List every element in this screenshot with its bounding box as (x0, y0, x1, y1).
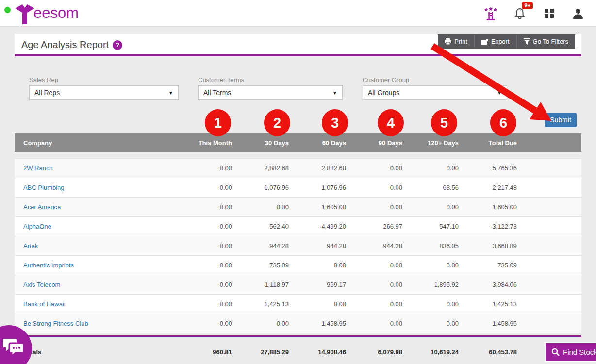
company-link[interactable]: ABC Plumbing (23, 184, 65, 191)
totals-30-days: 27,885.29 (232, 341, 289, 363)
submit-button[interactable]: Submit (545, 113, 577, 127)
title-underline (15, 54, 581, 56)
amount-cell: 0.00 (346, 275, 402, 295)
customer-group-label: Customer Group (363, 76, 409, 83)
table-row: Bank of Hawaii0.001,425.130.000.000.001,… (15, 295, 581, 314)
company-link[interactable]: Be Strong Fitness Club (23, 320, 88, 327)
amount-cell: 547.10 (402, 217, 459, 236)
totals-row: Totals 960.81 27,885.29 14,908.46 6,079.… (15, 341, 581, 363)
row-spacer (517, 217, 581, 236)
company-cell: Bank of Hawaii (15, 295, 175, 314)
company-link[interactable]: Axis Telecom (23, 281, 60, 288)
amount-cell: 944.28 (346, 236, 402, 256)
amount-cell: 5,765.36 (459, 159, 517, 178)
amount-cell: 1,458.95 (289, 314, 346, 333)
column-header-this-month: This Month (175, 133, 232, 152)
page-title: Age Analysis Report ? (21, 39, 122, 50)
header-spacer (517, 133, 581, 152)
sales-rep-value: All Reps (34, 89, 60, 97)
amount-cell: 1,118.97 (232, 275, 289, 295)
company-cell: Axis Telecom (15, 275, 175, 295)
export-button[interactable]: Export (475, 34, 517, 49)
rewards-ladder-icon[interactable] (484, 6, 497, 21)
top-navbar: eesom (0, 0, 596, 27)
report-header: Age Analysis Report ? Print Export (15, 34, 581, 55)
brand-t-icon (15, 3, 35, 25)
company-link[interactable]: AlphaOne (23, 223, 51, 230)
table-row: Acer America0.000.001,605.000.000.001,60… (15, 198, 581, 217)
search-icon (551, 348, 560, 356)
go-to-filters-button[interactable]: Go To Filters (517, 34, 575, 49)
amount-cell: 1,076.96 (232, 178, 289, 198)
company-cell: ABC Plumbing (15, 178, 175, 198)
amount-cell: 0.00 (175, 217, 232, 236)
amount-cell: 0.00 (346, 159, 402, 178)
step-circle-4: 4 (378, 109, 404, 136)
customer-group-select[interactable]: All Groups ▼ (363, 85, 507, 100)
customer-terms-select[interactable]: All Terms ▼ (198, 85, 343, 100)
company-link[interactable]: 2W Ranch (23, 165, 53, 172)
chevron-down-icon: ▼ (497, 90, 502, 96)
totals-120-days: 10,619.24 (402, 341, 459, 363)
amount-cell: 0.00 (175, 256, 232, 275)
customer-terms-value: All Terms (203, 89, 231, 97)
amount-cell: 0.00 (175, 295, 232, 314)
chevron-down-icon: ▼ (168, 90, 173, 96)
amount-cell: 2,882.68 (289, 159, 346, 178)
amount-cell: 0.00 (289, 256, 346, 275)
user-profile-icon[interactable] (572, 6, 584, 21)
column-header-company: Company (15, 133, 175, 152)
amount-cell: -3,122.73 (459, 217, 517, 236)
amount-cell: 1,895.92 (402, 275, 459, 295)
navbar-icons: 9+ (484, 0, 584, 27)
brand-logo[interactable]: eesom (15, 3, 79, 25)
find-stock-label: Find Stock (563, 348, 596, 356)
row-spacer (517, 236, 581, 256)
totals-60-days: 14,908.46 (289, 341, 346, 363)
sales-rep-select[interactable]: All Reps ▼ (29, 85, 179, 100)
step-circle-1: 1 (205, 109, 231, 136)
table-row: 2W Ranch0.002,882.682,882.680.000.005,76… (15, 159, 581, 178)
age-analysis-table: 2W Ranch0.002,882.682,882.680.000.005,76… (15, 158, 581, 333)
amount-cell: 0.00 (402, 256, 459, 275)
help-icon[interactable]: ? (113, 40, 122, 50)
company-cell: Authentic Imprints (15, 256, 175, 275)
amount-cell: 0.00 (346, 178, 402, 198)
chevron-down-icon: ▼ (332, 90, 337, 96)
company-link[interactable]: Bank of Hawaii (23, 300, 66, 308)
export-icon (481, 38, 488, 45)
amount-cell: 836.05 (402, 236, 459, 256)
table-row: Be Strong Fitness Club0.000.001,458.950.… (15, 314, 581, 333)
apps-grid-icon[interactable] (543, 6, 555, 21)
amount-cell: 1,425.13 (232, 295, 289, 314)
table-bottom-rule (15, 335, 581, 337)
table-row: Axis Telecom0.001,118.97969.170.001,895.… (15, 275, 581, 295)
amount-cell: 1,458.95 (459, 314, 517, 333)
find-stock-button[interactable]: Find Stock (545, 342, 596, 362)
totals-total-due: 60,453.78 (459, 341, 517, 363)
report-toolbar: Print Export Go To Filters (438, 34, 575, 49)
print-button[interactable]: Print (438, 34, 475, 49)
column-header-90-days: 90 Days (346, 133, 402, 152)
amount-cell: 0.00 (232, 314, 289, 333)
row-spacer (517, 314, 581, 333)
company-link[interactable]: Authentic Imprints (23, 262, 74, 269)
amount-cell: 0.00 (289, 295, 346, 314)
print-label: Print (454, 38, 467, 45)
company-link[interactable]: Artek (23, 242, 38, 249)
company-link[interactable]: Acer America (23, 203, 61, 211)
amount-cell: 969.17 (289, 275, 346, 295)
notifications-bell-icon[interactable]: 9+ (513, 6, 526, 21)
step-circle-5: 5 (431, 109, 457, 136)
amount-cell: 3,668.89 (459, 236, 517, 256)
row-spacer (517, 256, 581, 275)
company-cell: Artek (15, 236, 175, 256)
amount-cell: 0.00 (402, 295, 459, 314)
company-cell: Acer America (15, 198, 175, 217)
totals-this-month: 960.81 (175, 341, 232, 363)
page: eesom (0, 0, 596, 364)
column-header-30-days: 30 Days (232, 133, 289, 152)
row-spacer (517, 178, 581, 198)
step-circle-2: 2 (264, 109, 290, 136)
column-header-60-days: 60 Days (289, 133, 346, 152)
